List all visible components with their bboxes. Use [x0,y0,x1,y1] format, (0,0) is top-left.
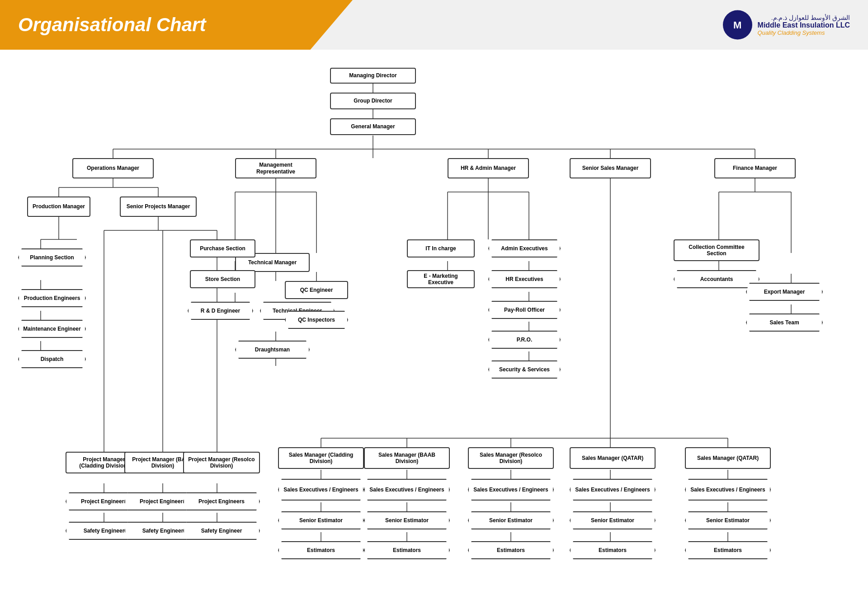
collection-committee-node: Collection Committee Section [674,239,760,261]
finance-manager-node: Finance Manager [714,158,796,178]
managing-director-node: Managing Director [330,68,416,84]
management-rep-node: Management Representative [235,158,316,178]
estimators-1-node: Estimators [278,541,364,559]
page-title: Organisational Chart [18,14,206,36]
senior-projects-manager-node: Senior Projects Manager [120,197,197,217]
senior-estimator-1-node: Senior Estimator [278,511,364,529]
dispatch-node: Dispatch [18,350,86,368]
purchase-section-node: Purchase Section [190,239,255,257]
sales-exec-2-node: Sales Executives / Engineers [364,479,450,501]
project-engineers-3-node: Project Engineers [183,492,260,510]
sales-team-node: Sales Team [746,314,823,332]
senior-estimator-4-node: Senior Estimator [570,511,656,529]
qc-inspectors-node: QC Inspectors [285,311,348,329]
sales-exec-extra-node: Sales Executives / Engineers [685,479,771,501]
safety-engineer-3-node: Safety Engineer [183,522,260,540]
security-services-node: Security & Services [488,360,561,379]
planning-section-node: Planning Section [18,248,86,267]
store-section-node: Store Section [190,270,255,288]
qc-engineer-node: QC Engineer [285,281,348,299]
production-manager-node: Production Manager [27,197,90,217]
production-engineers-node: Production Engineers [18,289,86,307]
logo-tagline: Quality Cladding Systems [758,29,850,36]
sales-exec-3-node: Sales Executives / Engineers [468,479,554,501]
operations-manager-node: Operations Manager [72,158,154,178]
general-manager-node: General Manager [330,118,416,135]
org-chart: Managing Director Group Director General… [14,59,854,601]
logo-arabic: الشرق الأوسط للعوازل ذ.م.م. [758,14,850,21]
hr-admin-manager-node: HR & Admin Manager [448,158,529,178]
project-manager-resolco-node: Project Manager (Resolco Division) [183,452,260,473]
payroll-officer-node: Pay-Roll Officer [488,301,561,319]
logo-circle: M [723,10,752,40]
sales-manager-extra-node: Sales Manager (QATAR) [685,447,771,469]
e-marketing-exec-node: E - Marketing Executive [407,270,475,288]
header: Organisational Chart M الشرق الأوسط للعو… [0,0,868,50]
admin-executives-node: Admin Executives [488,239,561,257]
senior-estimator-extra-node: Senior Estimator [685,511,771,529]
estimators-2-node: Estimators [364,541,450,559]
group-director-node: Group Director [330,93,416,109]
maintenance-engineer-node: Maintenance Engineer [18,320,86,338]
estimators-extra-node: Estimators [685,541,771,559]
draughtsman-node: Draughtsman [235,341,310,359]
sales-manager-cladding-node: Sales Manager (Cladding Division) [278,447,364,469]
accountants-node: Accountants [674,270,760,288]
estimators-3-node: Estimators [468,541,554,559]
sales-manager-resolco-node: Sales Manager (Resolco Division) [468,447,554,469]
rd-engineer-node: R & D Engineer [188,302,253,320]
it-in-charge-node: IT In charge [407,239,475,257]
estimators-4-node: Estimators [570,541,656,559]
logo-english: Middle East Insulation LLC [758,21,850,29]
export-manager-node: Export Manager [746,283,823,301]
sales-manager-baab-node: Sales Manager (BAAB Division) [364,447,450,469]
sales-exec-4-node: Sales Executives / Engineers [570,479,656,501]
hr-executives-node: HR Executives [488,270,561,288]
sales-manager-qatar-node: Sales Manager (QATAR) [570,447,656,469]
sales-exec-1-node: Sales Executives / Engineers [278,479,364,501]
senior-estimator-2-node: Senior Estimator [364,511,450,529]
senior-sales-manager-node: Senior Sales Manager [570,158,651,178]
pro-node: P.R.O. [488,331,561,349]
senior-estimator-3-node: Senior Estimator [468,511,554,529]
